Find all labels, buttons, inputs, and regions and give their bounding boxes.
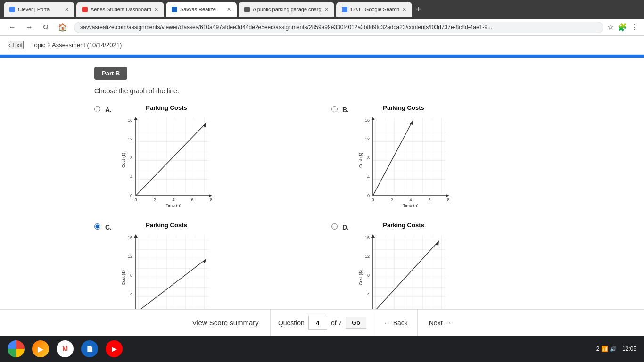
- chart-title-A: Parking Costs: [146, 104, 187, 111]
- taskbar-time: 12:05: [622, 346, 636, 352]
- tab-parking[interactable]: A public parking garage charg ✕: [239, 2, 334, 17]
- radio-D[interactable]: [331, 223, 338, 230]
- radio-C[interactable]: [94, 223, 100, 230]
- chart-title-C: Parking Costs: [146, 222, 187, 229]
- tab-close-aeries[interactable]: ✕: [154, 7, 158, 13]
- refresh-button[interactable]: ↻: [40, 22, 51, 33]
- question-label: Question: [278, 319, 305, 327]
- svg-text:2: 2: [390, 197, 393, 202]
- svg-marker-35: [446, 194, 449, 197]
- svg-rect-0: [136, 118, 209, 193]
- bottom-bar: View Score summary Question of 7 Go ← Ba…: [0, 309, 644, 336]
- taskbar-docs-icon[interactable]: 📄: [81, 340, 98, 357]
- tab-clever[interactable]: Clever | Portal ✕: [4, 2, 74, 17]
- option-letter-D: D.: [342, 223, 352, 231]
- svg-rect-19: [373, 118, 446, 193]
- option-letter-A: A.: [105, 106, 115, 114]
- svg-text:2: 2: [153, 197, 156, 202]
- svg-text:8: 8: [210, 197, 212, 202]
- svg-text:12: 12: [128, 137, 132, 141]
- tab-savvas[interactable]: Savvas Realize ✕: [166, 2, 237, 17]
- svg-text:8: 8: [367, 156, 370, 160]
- main-content: Part B Choose the graph of the line. A. …: [0, 58, 644, 336]
- exit-chevron-icon: ‹: [8, 41, 10, 49]
- option-letter-C: C.: [105, 223, 115, 231]
- svg-text:0: 0: [130, 193, 132, 198]
- app-bar: ‹ Exit Topic 2 Assessment (10/14/2021): [0, 36, 644, 55]
- instruction-text: Choose the graph of the line.: [94, 87, 550, 95]
- forward-nav-button[interactable]: →: [23, 22, 36, 33]
- svg-text:8: 8: [367, 273, 370, 278]
- svg-text:Cost ($): Cost ($): [358, 270, 363, 285]
- url-bar[interactable]: savvasrealize.com/assignments/viewer/cla…: [74, 22, 603, 33]
- taskbar: ▶ M 📄 ▶ 2 📶 🔊 12:05: [0, 336, 644, 362]
- bookmark-icon[interactable]: ☆: [607, 23, 614, 32]
- svg-text:4: 4: [130, 174, 132, 179]
- taskbar-youtube-icon[interactable]: ▶: [106, 340, 123, 357]
- extensions-icon[interactable]: 🧩: [618, 23, 627, 32]
- back-nav-button[interactable]: ←: [6, 22, 19, 33]
- browser-chrome: Clever | Portal ✕ Aeries Student Dashboa…: [0, 0, 644, 19]
- tab-aeries[interactable]: Aeries Student Dashboard ✕: [76, 2, 164, 17]
- of-label: of 7: [331, 319, 342, 327]
- radio-A[interactable]: [94, 106, 100, 112]
- svg-text:12: 12: [365, 254, 370, 259]
- breadcrumb: Topic 2 Assessment (10/14/2021): [31, 41, 122, 49]
- chart-A: Parking Costs 0 4: [119, 104, 214, 207]
- menu-icon[interactable]: ⋮: [631, 23, 638, 32]
- svg-text:0: 0: [134, 197, 137, 202]
- svg-text:16: 16: [128, 235, 132, 240]
- chart-svg-A: 0 4 8 12 16 0 2 4 6 8 Cost ($) Time (h): [119, 113, 214, 207]
- svg-text:0: 0: [372, 197, 374, 202]
- svg-text:12: 12: [128, 254, 132, 259]
- svg-marker-16: [209, 194, 212, 197]
- exit-button[interactable]: ‹ Exit: [8, 41, 24, 49]
- taskbar-chrome-icon[interactable]: [8, 340, 25, 357]
- go-button[interactable]: Go: [346, 317, 366, 329]
- question-nav: Question of 7 Go: [271, 310, 374, 336]
- chart-B: Parking Costs 0 4 8 12 16 0: [356, 104, 451, 207]
- radio-B[interactable]: [331, 106, 338, 112]
- taskbar-gmail-icon[interactable]: M: [57, 340, 74, 357]
- next-button[interactable]: Next →: [418, 310, 463, 336]
- tab-close-parking[interactable]: ✕: [324, 7, 329, 13]
- tab-close-savvas[interactable]: ✕: [227, 7, 231, 13]
- svg-text:8: 8: [447, 197, 449, 202]
- chart-title-D: Parking Costs: [383, 222, 424, 229]
- svg-text:4: 4: [367, 174, 370, 179]
- svg-text:12: 12: [365, 137, 370, 141]
- taskbar-play-icon[interactable]: ▶: [32, 340, 49, 357]
- new-tab-button[interactable]: +: [416, 5, 421, 15]
- option-letter-B: B.: [342, 106, 352, 114]
- svg-text:Time (h): Time (h): [403, 203, 418, 207]
- tab-close-clever[interactable]: ✕: [65, 7, 69, 13]
- svg-text:4: 4: [130, 292, 132, 296]
- option-A: A. Parking Costs: [94, 104, 313, 207]
- browser-controls: ← → ↻ 🏠 savvasrealize.com/assignments/vi…: [0, 19, 644, 36]
- tab-close-google[interactable]: ✕: [402, 7, 406, 13]
- back-arrow-icon: ←: [384, 319, 390, 327]
- question-number-input[interactable]: [308, 316, 327, 330]
- tab-google[interactable]: 12/3 - Google Search ✕: [336, 2, 413, 17]
- svg-text:8: 8: [130, 156, 132, 160]
- svg-text:Cost ($): Cost ($): [121, 153, 126, 168]
- svg-text:6: 6: [191, 197, 193, 202]
- svg-text:Cost ($): Cost ($): [358, 153, 363, 168]
- option-B: B. Parking Costs 0 4 8 12 16: [331, 104, 550, 207]
- home-button[interactable]: 🏠: [55, 22, 70, 33]
- browser-icons: ☆ 🧩 ⋮: [607, 23, 638, 32]
- svg-text:4: 4: [172, 197, 174, 202]
- svg-text:Time (h): Time (h): [165, 203, 181, 207]
- svg-text:8: 8: [130, 273, 132, 278]
- back-button[interactable]: ← Back: [374, 310, 418, 336]
- svg-text:4: 4: [409, 197, 412, 202]
- svg-text:16: 16: [365, 118, 370, 123]
- svg-text:0: 0: [367, 193, 370, 198]
- svg-text:16: 16: [365, 235, 370, 240]
- svg-text:16: 16: [128, 118, 132, 123]
- taskbar-right: 2 📶 🔊 12:05: [596, 346, 636, 352]
- view-score-button[interactable]: View Score summary: [181, 310, 270, 336]
- next-arrow-icon: →: [446, 319, 452, 327]
- svg-text:4: 4: [367, 292, 370, 296]
- svg-text:6: 6: [428, 197, 430, 202]
